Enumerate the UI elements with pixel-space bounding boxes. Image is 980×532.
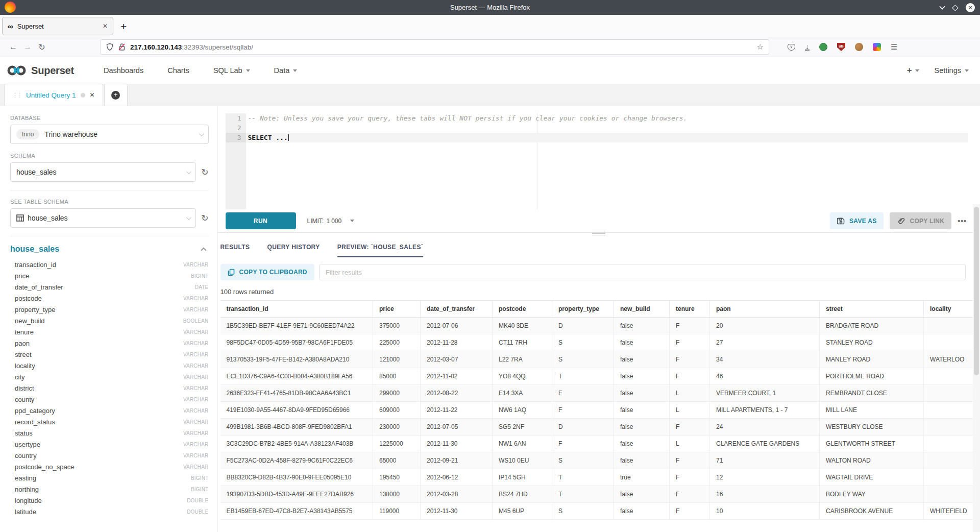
back-icon[interactable]: ← <box>6 42 20 52</box>
grid-row[interactable]: ECE1D376-C9A6-4C00-B004-A380B189FA56 850… <box>220 368 980 385</box>
bookmark-star-icon[interactable]: ☆ <box>757 42 764 52</box>
schema-column-row[interactable]: country VARCHAR <box>10 450 209 461</box>
nav-charts[interactable]: Charts <box>167 66 189 75</box>
reload-icon[interactable]: ↻ <box>35 42 49 52</box>
grid-row[interactable]: 499B1981-3B6B-4BCD-808F-9FED9802BFA1 230… <box>220 419 980 436</box>
schema-column-row[interactable]: transaction_id VARCHAR <box>10 259 209 270</box>
query-tab-close-icon[interactable]: ✕ <box>90 91 95 99</box>
schema-column-row[interactable]: northing BIGINT <box>10 483 209 495</box>
scrollbar-thumb[interactable] <box>974 207 979 375</box>
grid-column-header[interactable]: tenure <box>670 301 710 318</box>
table-title[interactable]: house_sales <box>10 245 59 254</box>
insecure-lock-icon[interactable] <box>118 43 126 51</box>
downloads-icon[interactable]: ↓ <box>805 43 810 51</box>
run-button[interactable]: RUN <box>226 212 296 229</box>
grid-column-header[interactable]: property_type <box>552 301 614 318</box>
schema-column-row[interactable]: postcode_no_space VARCHAR <box>10 461 209 472</box>
refresh-schema-icon[interactable]: ↻ <box>201 167 208 178</box>
schema-column-row[interactable]: postcode VARCHAR <box>10 293 209 304</box>
drag-handle-icon[interactable]: ⋮⋮ <box>12 92 21 99</box>
collapse-chevron-icon[interactable] <box>201 247 206 253</box>
query-tab[interactable]: ⋮⋮ Untitled Query 1 ✕ <box>4 84 103 106</box>
copy-link-button[interactable]: COPY LINK <box>890 212 951 229</box>
url-bar[interactable]: 217.160.120.143:32393/superset/sqllab/ ☆ <box>100 39 769 55</box>
schema-column-row[interactable]: longitude DOUBLE <box>10 495 209 506</box>
grid-row[interactable]: EB1459EB-67ED-47C8-B2E7-A38143AB5575 119… <box>220 503 980 520</box>
nav-dashboards[interactable]: Dashboards <box>104 66 143 75</box>
schema-select[interactable]: house_sales <box>10 162 196 182</box>
grid-row[interactable]: 1B5C39ED-BE7F-41EF-9E71-9C60EED74A22 375… <box>220 318 980 334</box>
grid-column-header[interactable]: date_of_transfer <box>421 301 493 318</box>
grid-row[interactable]: 98F5DC47-0D05-4D59-95B7-98CA6F1FDE05 225… <box>220 334 980 351</box>
schema-column-row[interactable]: locality VARCHAR <box>10 360 209 371</box>
sql-editor[interactable]: 1 2 3 -- Note: Unless you save your quer… <box>226 113 968 209</box>
grid-column-header[interactable]: price <box>373 301 421 318</box>
tab-preview-house-sales[interactable]: PREVIEW: `HOUSE_SALES` <box>337 244 424 257</box>
cookie-extension-icon[interactable] <box>855 43 863 51</box>
editor-content[interactable]: -- Note: Unless you save your query, the… <box>246 113 968 209</box>
scrollbar-track[interactable] <box>973 204 980 532</box>
grid-column-header[interactable]: street <box>820 301 924 318</box>
schema-column-row[interactable]: street VARCHAR <box>10 349 209 360</box>
extension-icon[interactable] <box>873 43 881 51</box>
database-select[interactable]: trino Trino warehouse <box>10 125 209 144</box>
grid-row[interactable]: F5C273AC-0D2A-458F-8279-9C61F0C22EC6 650… <box>220 452 980 469</box>
grid-row[interactable]: 3C3C29DC-B7B2-4BE5-914A-A38123AF403B 122… <box>220 436 980 452</box>
nav-sql-lab[interactable]: SQL Lab <box>213 66 250 75</box>
window-minimize-icon[interactable] <box>939 4 945 9</box>
refresh-table-icon[interactable]: ↻ <box>201 213 208 224</box>
filter-results-input[interactable] <box>319 264 966 280</box>
cell-date-of-transfer: 2012-03-07 <box>421 351 493 368</box>
new-tab-button[interactable]: + <box>120 20 127 33</box>
schema-column-row[interactable]: paon VARCHAR <box>10 337 209 349</box>
grid-row[interactable]: 91370533-19F5-47FE-B142-A380A8ADA210 121… <box>220 351 980 368</box>
schema-column-row[interactable]: new_build BOOLEAN <box>10 315 209 326</box>
privacy-extension-icon[interactable] <box>819 43 827 51</box>
schema-column-row[interactable]: property_type VARCHAR <box>10 304 209 315</box>
hamburger-menu-icon[interactable]: ☰ <box>891 42 897 52</box>
schema-column-row[interactable]: county VARCHAR <box>10 394 209 405</box>
schema-column-row[interactable]: record_status VARCHAR <box>10 416 209 427</box>
schema-column-row[interactable]: latitude DOUBLE <box>10 506 209 517</box>
limit-dropdown[interactable]: LIMIT: 1 000 <box>307 217 355 225</box>
copy-to-clipboard-button[interactable]: COPY TO CLIPBOARD <box>220 264 314 280</box>
grid-column-header[interactable]: transaction_id <box>220 301 373 318</box>
grid-row[interactable]: BB8320C9-D82B-4B37-90E0-9FEE05095E10 195… <box>220 469 980 486</box>
save-as-button[interactable]: SAVE AS <box>830 212 884 229</box>
tracking-shield-icon[interactable] <box>106 43 114 51</box>
forward-icon[interactable]: → <box>20 42 35 52</box>
browser-tab[interactable]: ∞ Superset ✕ <box>2 17 113 35</box>
grid-column-header[interactable]: locality <box>924 301 980 318</box>
grid-column-header[interactable]: new_build <box>614 301 670 318</box>
schema-column-row[interactable]: district VARCHAR <box>10 382 209 394</box>
cell-postcode: IP14 5GH <box>493 469 552 486</box>
grid-row[interactable]: 2636F323-FF41-4765-81DB-98CAA6A43BC1 299… <box>220 385 980 402</box>
pocket-icon[interactable]: ∨ <box>788 44 795 51</box>
schema-column-row[interactable]: date_of_transfer DATE <box>10 281 209 293</box>
schema-column-row[interactable]: city VARCHAR <box>10 371 209 382</box>
tab-query-history[interactable]: QUERY HISTORY <box>267 244 320 257</box>
superset-brand[interactable]: Superset <box>7 64 74 77</box>
window-maximize-icon[interactable] <box>952 5 959 11</box>
schema-column-row[interactable]: tenure VARCHAR <box>10 326 209 337</box>
grid-row[interactable]: 193907D3-5DBD-453D-A49E-9FEE27DAB926 138… <box>220 486 980 503</box>
schema-column-row[interactable]: price BIGINT <box>10 270 209 281</box>
grid-column-header[interactable]: postcode <box>493 301 552 318</box>
tab-close-icon[interactable]: ✕ <box>103 22 108 30</box>
more-options-button[interactable]: ••• <box>958 217 967 225</box>
tab-results[interactable]: RESULTS <box>220 244 250 257</box>
grid-row[interactable]: 419E1030-9A55-4467-8DA9-9FED95D65966 609… <box>220 402 980 419</box>
window-close-icon[interactable]: ✕ <box>966 3 975 12</box>
schema-column-row[interactable]: easting BIGINT <box>10 472 209 483</box>
schema-column-row[interactable]: status VARCHAR <box>10 427 209 439</box>
settings-menu[interactable]: Settings <box>935 66 969 75</box>
ublock-icon[interactable]: uB <box>837 43 845 51</box>
grid-column-header[interactable]: paon <box>710 301 820 318</box>
new-item-button[interactable]: + <box>907 65 919 76</box>
nav-data[interactable]: Data <box>274 66 298 75</box>
add-query-tab[interactable]: + <box>104 84 128 106</box>
schema-column-row[interactable]: usertype VARCHAR <box>10 439 209 450</box>
table-schema-select[interactable]: house_sales <box>10 208 196 228</box>
schema-column-row[interactable]: ppd_category VARCHAR <box>10 405 209 416</box>
pane-resize-handle[interactable] <box>592 231 605 235</box>
